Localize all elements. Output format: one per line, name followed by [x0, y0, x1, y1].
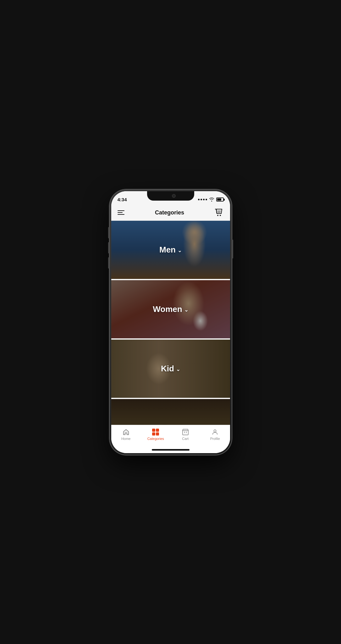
category-home-furniture[interactable]: Home Furniture ⌄: [111, 399, 230, 425]
svg-point-0: [217, 215, 218, 216]
svg-point-2: [214, 430, 216, 432]
category-men[interactable]: Men ⌄: [111, 221, 230, 279]
nav-categories[interactable]: Categories: [146, 428, 165, 441]
home-bar: [111, 447, 230, 453]
categories-nav-label: Categories: [147, 437, 164, 441]
signal-icon: [198, 199, 207, 200]
category-kid-label: Kid ⌄: [161, 364, 180, 374]
cart-header-button[interactable]: [215, 208, 223, 217]
categories-nav-icon: [152, 428, 159, 436]
category-furniture-label: Home Furniture ⌄: [137, 423, 204, 425]
wifi-icon: [209, 197, 214, 202]
home-nav-icon: [122, 428, 130, 436]
category-kid[interactable]: Kid ⌄: [111, 340, 230, 398]
status-icons: [198, 197, 224, 202]
nav-profile[interactable]: Profile: [206, 428, 224, 441]
categories-list: Men ⌄ Women ⌄ Kid ⌄: [111, 221, 230, 425]
phone-frame: 4:34: [109, 189, 232, 455]
page-title: Categories: [155, 209, 184, 216]
camera: [172, 194, 176, 198]
cart-nav-label: Cart: [182, 437, 189, 441]
app-header: Categories: [111, 205, 230, 221]
category-men-label: Men ⌄: [159, 245, 182, 255]
cart-nav-icon: [182, 428, 189, 436]
chevron-down-icon: ⌄: [176, 366, 180, 372]
home-nav-label: Home: [121, 437, 130, 441]
nav-home[interactable]: Home: [117, 428, 135, 441]
nav-cart[interactable]: Cart: [176, 428, 195, 441]
category-women-label: Women ⌄: [153, 304, 188, 314]
notch: [147, 191, 194, 201]
bottom-navigation: Home Categories: [111, 425, 230, 447]
grid-icon: [152, 429, 159, 436]
profile-nav-label: Profile: [210, 437, 220, 441]
profile-nav-icon: [211, 428, 219, 436]
home-indicator: [152, 449, 190, 451]
category-women[interactable]: Women ⌄: [111, 280, 230, 338]
phone-screen: 4:34: [111, 191, 230, 453]
svg-point-1: [220, 215, 221, 216]
chevron-down-icon: ⌄: [184, 307, 188, 313]
menu-button[interactable]: [118, 210, 124, 215]
chevron-down-icon: ⌄: [178, 247, 182, 253]
status-time: 4:34: [118, 197, 127, 202]
battery-icon: [216, 197, 224, 202]
